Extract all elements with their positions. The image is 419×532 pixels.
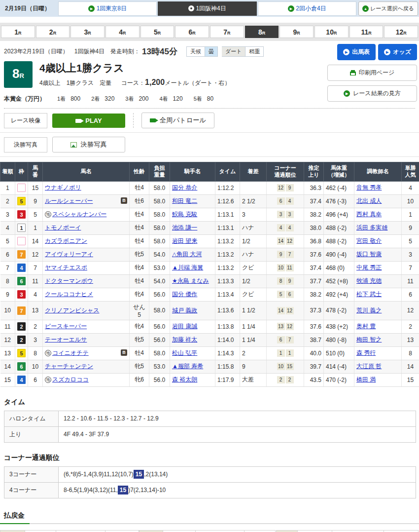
trainer-link[interactable]: 宮田 敬介 — [356, 237, 382, 244]
finish-photo-button[interactable]: 決勝写真 — [52, 137, 125, 152]
horse-name-link[interactable]: スペシャルナンバー — [52, 211, 106, 218]
jockey-link[interactable]: ★永島 まなみ — [172, 277, 209, 284]
horse-name-cell: ピースキーパー — [43, 320, 130, 333]
winner-highlight: 15 — [118, 486, 128, 494]
odds-button[interactable]: ▶オッズ — [378, 44, 417, 60]
print-page-button[interactable]: 印刷用ページ — [327, 65, 417, 81]
sex-age: 牡4 — [130, 234, 149, 248]
horse-weight: 488 (-2) — [324, 221, 354, 234]
horse-name-link[interactable]: ピースキーパー — [45, 323, 87, 330]
race-tab-5r[interactable]: 5R — [140, 26, 175, 38]
trainer-link[interactable]: 橋田 満 — [356, 376, 376, 383]
jockey-link[interactable]: 岩田 望来 — [172, 237, 197, 244]
trainer-link[interactable]: 大江原 哲 — [356, 363, 382, 370]
win-popularity: 11 — [402, 274, 419, 288]
race-video-row: レース映像 PLAY 全周パトロール — [0, 109, 419, 133]
trainer-cell: 橋田 満 — [354, 373, 402, 386]
horse-name-link[interactable]: ヤマイチエスポ — [45, 264, 87, 271]
horse-name-link[interactable]: アイヴォリーアイ — [45, 251, 93, 258]
payout-underline — [0, 523, 419, 524]
horse-name-cell: 地スペシャルナンバー — [43, 208, 130, 221]
trainer-link[interactable]: 北出 成人 — [356, 197, 382, 204]
horse-name-link[interactable]: カズラボニアン — [45, 237, 87, 244]
race-tab-9r[interactable]: 9R — [279, 26, 314, 38]
jockey-link[interactable]: 岩田 康誠 — [172, 323, 197, 330]
horse-name-cell: カズラボニアン — [43, 234, 130, 248]
race-tab-3r[interactable]: 3R — [70, 26, 105, 38]
race-tab-4r[interactable]: 4R — [105, 26, 140, 38]
horse-name-link[interactable]: ルールシェーバー — [45, 197, 93, 204]
patrol-video-button[interactable]: 全周パトロール — [141, 113, 214, 128]
trainer-link[interactable]: 西村 真幸 — [356, 211, 382, 218]
bracket-number: 2 — [15, 333, 28, 346]
race-tab-2r[interactable]: 2R — [36, 26, 70, 38]
trainer-link[interactable]: 牧浦 充徳 — [356, 277, 382, 284]
course-distance: 1,200 — [145, 78, 165, 86]
trainer-link[interactable]: 荒川 義之 — [356, 307, 382, 314]
sex-age: 牝4 — [130, 261, 149, 274]
jockey-link[interactable]: 国分 優作 — [172, 291, 197, 298]
horse-weight: 488 (-2) — [324, 234, 354, 248]
corner-positions: 67 — [267, 333, 304, 346]
horse-name-link[interactable]: スズカロココ — [52, 376, 89, 383]
race-tab-10r[interactable]: 10R — [314, 26, 349, 38]
back-to-race-select-button[interactable]: ▲ レース選択へ戻る — [358, 1, 418, 16]
horse-name-link[interactable]: チャーチャンテン — [45, 363, 93, 370]
play-button[interactable]: PLAY — [52, 114, 125, 128]
up-arrow-icon: ▲ — [362, 5, 369, 12]
race-tab-12r[interactable]: 12R — [384, 26, 418, 38]
horse-name-link[interactable]: ドクターマンボウ — [45, 277, 93, 284]
corner-positions: 89 — [267, 274, 304, 288]
horse-name-link[interactable]: クールココナヒメ — [45, 291, 93, 298]
trainer-link[interactable]: 奥村 豊 — [356, 323, 376, 330]
horse-name-link[interactable]: コイニオチテ — [52, 349, 89, 356]
horse-name-link[interactable]: ウナギノボリ — [45, 184, 81, 191]
win-popularity: 8 — [402, 346, 419, 360]
finish-time: 1:13.1 — [215, 208, 240, 221]
jockey-link[interactable]: 和田 竜二 — [172, 197, 197, 204]
carried-weight: 53.0 — [149, 360, 170, 373]
trainer-link[interactable]: 中尾 秀正 — [356, 264, 382, 271]
trainer-link[interactable]: 浜田 多実雄 — [356, 224, 387, 231]
entry-table-button[interactable]: ▶出馬表 — [337, 44, 376, 60]
meeting-tab[interactable]: ▶ 1回東京8日 — [58, 1, 157, 16]
payout-row-単勝: 単勝15520円4番人気 — [0, 530, 139, 532]
jockey-link[interactable]: △角田 大河 — [172, 251, 202, 258]
race-tab-7r[interactable]: 7R — [210, 26, 244, 38]
jockey-link[interactable]: 国分 恭介 — [172, 184, 197, 191]
right-arrow-icon: ▶ — [88, 5, 95, 12]
race-tab-11r[interactable]: 11R — [349, 26, 384, 38]
race-tab-8r[interactable]: 8R — [245, 26, 279, 38]
win-popularity: 12 — [402, 301, 419, 320]
trainer-link[interactable]: 梅田 智之 — [356, 336, 382, 343]
horse-name-link[interactable]: クリノアンビシャス — [45, 307, 100, 314]
corner-positions: 1015 — [267, 360, 304, 373]
jockey-link[interactable]: ▲川端 海翼 — [172, 264, 203, 271]
horse-name-cell: ヤマイチエスポ — [43, 261, 130, 274]
trainer-link[interactable]: 森 秀行 — [356, 349, 376, 356]
jockey-link[interactable]: 城戸 義政 — [172, 307, 197, 314]
column-header: 単勝人気 — [402, 162, 419, 182]
jockey-link[interactable]: 加藤 祥太 — [172, 336, 197, 343]
horse-number: 12 — [28, 248, 43, 261]
meeting-tab[interactable]: 1回阪神4日 — [158, 1, 256, 16]
results-guide-button[interactable]: ▶レース結果の見方 — [327, 85, 417, 102]
trainer-link[interactable]: 音無 秀孝 — [356, 184, 382, 191]
meeting-tab[interactable]: ▶ 2回小倉4日 — [258, 1, 356, 16]
race-tab-6r[interactable]: 6R — [175, 26, 209, 38]
jockey-link[interactable]: 鮫島 克駿 — [172, 211, 197, 218]
horse-name-link[interactable]: テーオーエルサ — [45, 336, 87, 343]
jockey-link[interactable]: 松山 弘平 — [172, 349, 197, 356]
jockey-link[interactable]: 森 裕太朗 — [172, 376, 197, 383]
jockey-link[interactable]: 池添 謙一 — [172, 224, 197, 231]
trainer-link[interactable]: 松下 武士 — [356, 291, 382, 298]
horse-name-link[interactable]: トモノボーイ — [45, 224, 81, 231]
trainer-link[interactable]: 坂口 智康 — [356, 251, 382, 258]
finish-position: 2 — [0, 194, 15, 208]
right-arrow-icon: ▶ — [344, 90, 350, 97]
jockey-link[interactable]: ▲服部 寿希 — [172, 363, 203, 370]
race-tab-1r[interactable]: 1R — [1, 26, 35, 38]
horse-name-cell: テーオーエルサ — [43, 333, 130, 346]
sex-age: 牡4 — [130, 346, 149, 360]
bracket-number: 4 — [15, 261, 28, 274]
